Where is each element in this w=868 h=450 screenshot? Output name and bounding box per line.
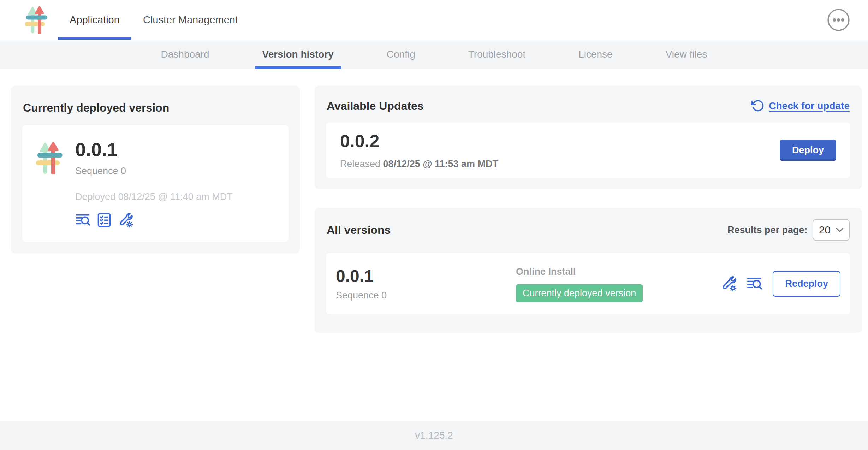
app-subnav: Dashboard Version history Config Trouble… [0,40,868,69]
all-versions-header: All versions Results per page: 20 [326,219,850,241]
app-footer: v1.125.2 [0,421,868,450]
subnav-view-files[interactable]: View files [662,40,711,69]
results-per-page: Results per page: 20 [727,219,850,241]
tab-cluster-management[interactable]: Cluster Management [131,0,250,40]
results-per-page-label: Results per page: [727,225,808,236]
redeploy-button[interactable]: Redeploy [773,271,840,297]
version-row-number: 0.0.1 [336,266,516,286]
check-for-update-label: Check for update [769,100,850,112]
results-per-page-select[interactable]: 20 [813,219,850,241]
all-versions-title: All versions [327,224,391,237]
app-logo [23,0,48,40]
release-notes-icon[interactable] [747,276,763,292]
config-icon[interactable] [118,212,133,228]
release-notes-icon[interactable] [75,212,91,228]
version-row: 0.0.1 Sequence 0 Online Install Currentl… [326,253,850,314]
currently-deployed-card: Currently deployed version 0.0.1 Sequenc… [11,86,300,253]
header-spacer [250,0,827,40]
version-row-sequence: Sequence 0 [336,290,516,301]
subnav-license-label: License [578,49,613,60]
deployed-version-number: 0.0.1 [75,139,233,160]
results-per-page-value: 20 [819,224,831,236]
config-icon[interactable] [720,276,737,292]
deployed-actions [75,212,233,228]
deployed-sequence: Sequence 0 [75,166,233,177]
deployed-card-title: Currently deployed version [23,101,288,114]
app-header: Application Cluster Management [0,0,868,40]
subnav-license[interactable]: License [575,40,616,69]
all-versions-card: All versions Results per page: 20 0.0.1 … [315,208,862,333]
deployed-version-panel: 0.0.1 Sequence 0 Deployed 08/12/25 @ 11:… [22,125,289,242]
currently-deployed-badge: Currently deployed version [516,284,643,302]
subnav-troubleshoot[interactable]: Troubleshoot [465,40,529,69]
console-version: v1.125.2 [415,430,453,441]
preflight-checks-icon[interactable] [96,212,112,228]
deploy-button[interactable]: Deploy [780,140,836,161]
main-content: Currently deployed version 0.0.1 Sequenc… [0,69,868,421]
version-row-status: Online Install Currently deployed versio… [516,266,720,302]
check-for-update-link[interactable]: Check for update [751,99,850,113]
version-row-info: 0.0.1 Sequence 0 [336,266,516,301]
available-updates-card: Available Updates Check for update 0.0.2… [315,86,862,189]
subnav-view-files-label: View files [666,49,707,60]
update-info: 0.0.2 Released 08/12/25 @ 11:53 am MDT [340,131,498,170]
app-logo-icon [34,141,63,174]
install-type-label: Online Install [516,266,720,277]
chevron-down-icon [836,228,843,232]
subnav-dashboard[interactable]: Dashboard [157,40,213,69]
update-released-line: Released 08/12/25 @ 11:53 am MDT [340,159,498,170]
deployed-version-info: 0.0.1 Sequence 0 Deployed 08/12/25 @ 11:… [75,139,233,228]
subnav-version-history[interactable]: Version history [259,40,337,69]
overflow-menu-button[interactable] [827,0,850,40]
app-logo-icon [23,6,48,34]
tab-application[interactable]: Application [58,0,131,40]
tab-cluster-management-label: Cluster Management [143,14,238,26]
tab-application-label: Application [70,14,120,26]
subnav-config[interactable]: Config [383,40,419,69]
refresh-icon [751,99,765,113]
released-timestamp: 08/12/25 @ 11:53 am MDT [383,159,499,169]
subnav-version-history-label: Version history [262,49,334,60]
right-column: Available Updates Check for update 0.0.2… [315,86,862,333]
subnav-dashboard-label: Dashboard [161,49,209,60]
update-row: 0.0.2 Released 08/12/25 @ 11:53 am MDT D… [326,123,850,178]
subnav-troubleshoot-label: Troubleshoot [468,49,525,60]
deployed-timestamp: Deployed 08/12/25 @ 11:40 am MDT [75,191,233,202]
top-tabs: Application Cluster Management [58,0,250,40]
update-version-number: 0.0.2 [340,131,498,152]
available-updates-title: Available Updates [327,100,423,113]
subnav-config-label: Config [387,49,415,60]
version-row-actions: Redeploy [720,271,840,297]
ellipsis-icon [827,8,850,32]
released-label: Released [340,159,380,169]
available-updates-header: Available Updates Check for update [326,97,850,113]
